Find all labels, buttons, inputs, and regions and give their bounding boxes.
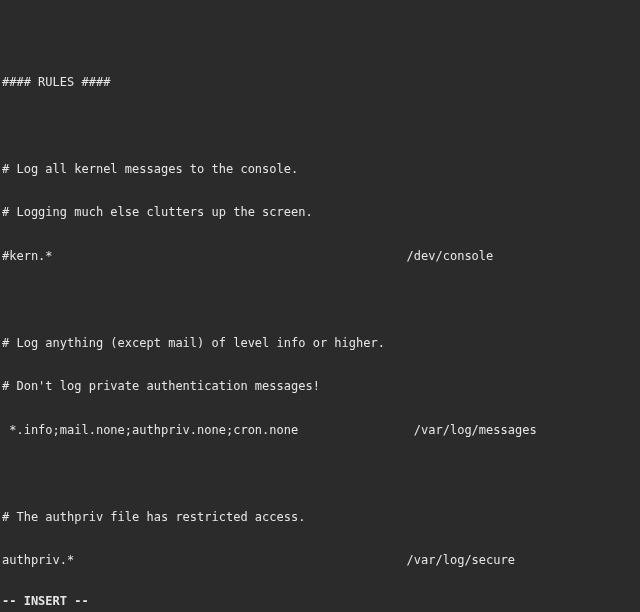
vim-status-line: -- INSERT -- — [2, 594, 89, 609]
config-line: # Don't log private authentication messa… — [2, 379, 638, 394]
config-line: #### RULES #### — [2, 75, 638, 90]
config-line — [2, 292, 638, 307]
config-line: *.info;mail.none;authpriv.none;cron.none… — [2, 423, 638, 438]
config-line: # The authpriv file has restricted acces… — [2, 510, 638, 525]
config-line — [2, 597, 638, 612]
config-line — [2, 118, 638, 133]
config-line: # Log all kernel messages to the console… — [2, 162, 638, 177]
config-line: # Logging much else clutters up the scre… — [2, 205, 638, 220]
config-line: authpriv.* /var/log/secure — [2, 553, 638, 568]
config-line — [2, 31, 638, 46]
config-line: # Log anything (except mail) of level in… — [2, 336, 638, 351]
terminal-window[interactable]: #### RULES #### # Log all kernel message… — [0, 0, 640, 612]
config-line — [2, 466, 638, 481]
config-line: #kern.* /dev/console — [2, 249, 638, 264]
